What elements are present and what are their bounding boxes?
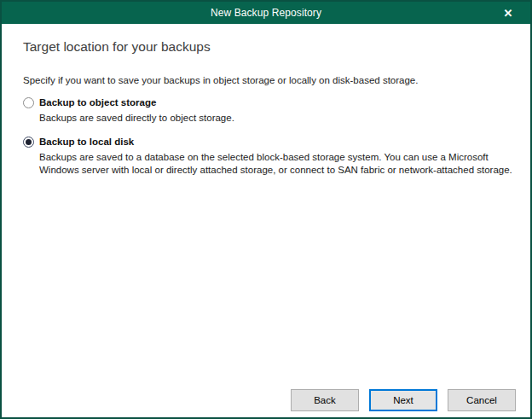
back-button[interactable]: Back: [291, 389, 359, 411]
titlebar: New Backup Repository ✕: [2, 2, 530, 24]
option-label: Backup to object storage: [39, 96, 234, 109]
option-backup-to-local-disk[interactable]: Backup to local disk Backups are saved t…: [23, 136, 530, 177]
option-label: Backup to local disk: [39, 136, 515, 148]
option-description: Backups are saved directly to object sto…: [39, 112, 234, 125]
close-icon: ✕: [504, 7, 513, 20]
window-title: New Backup Repository: [211, 7, 321, 19]
intro-text: Specify if you want to save your backups…: [23, 74, 530, 87]
page-title: Target location for your backups: [23, 39, 530, 55]
option-description: Backups are saved to a database on the s…: [39, 151, 515, 177]
new-backup-repository-dialog: New Backup Repository ✕ Target location …: [0, 0, 532, 419]
wizard-footer: Back Next Cancel: [291, 389, 516, 411]
option-text: Backup to object storage Backups are sav…: [39, 96, 234, 125]
option-text: Backup to local disk Backups are saved t…: [39, 136, 515, 177]
close-button[interactable]: ✕: [493, 2, 523, 24]
radio-object-storage[interactable]: [23, 97, 34, 108]
radio-local-disk[interactable]: [23, 137, 34, 148]
next-button[interactable]: Next: [369, 389, 437, 411]
cancel-button[interactable]: Cancel: [448, 389, 516, 411]
wizard-content: Target location for your backups Specify…: [2, 24, 530, 177]
option-backup-to-object-storage[interactable]: Backup to object storage Backups are sav…: [23, 96, 530, 125]
